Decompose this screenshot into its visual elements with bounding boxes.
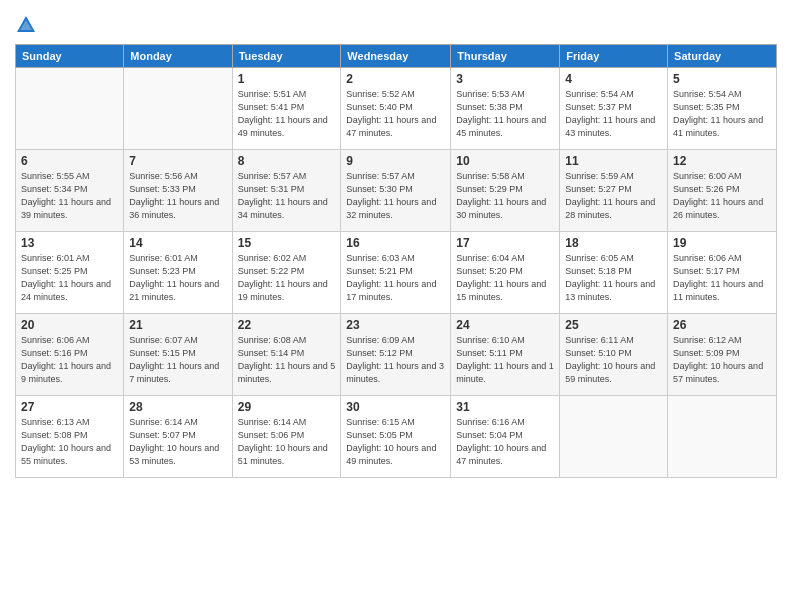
day-number: 19 xyxy=(673,236,771,250)
day-number: 29 xyxy=(238,400,336,414)
day-number: 5 xyxy=(673,72,771,86)
day-number: 25 xyxy=(565,318,662,332)
calendar-cell: 25Sunrise: 6:11 AM Sunset: 5:10 PM Dayli… xyxy=(560,314,668,396)
calendar-cell: 31Sunrise: 6:16 AM Sunset: 5:04 PM Dayli… xyxy=(451,396,560,478)
calendar-cell: 21Sunrise: 6:07 AM Sunset: 5:15 PM Dayli… xyxy=(124,314,232,396)
day-info: Sunrise: 5:54 AM Sunset: 5:37 PM Dayligh… xyxy=(565,88,662,140)
day-info: Sunrise: 5:58 AM Sunset: 5:29 PM Dayligh… xyxy=(456,170,554,222)
day-number: 16 xyxy=(346,236,445,250)
day-number: 23 xyxy=(346,318,445,332)
day-number: 14 xyxy=(129,236,226,250)
header-row: SundayMondayTuesdayWednesdayThursdayFrid… xyxy=(16,45,777,68)
calendar-table: SundayMondayTuesdayWednesdayThursdayFrid… xyxy=(15,44,777,478)
logo-icon xyxy=(15,14,37,36)
calendar-cell: 22Sunrise: 6:08 AM Sunset: 5:14 PM Dayli… xyxy=(232,314,341,396)
day-info: Sunrise: 6:06 AM Sunset: 5:17 PM Dayligh… xyxy=(673,252,771,304)
day-number: 26 xyxy=(673,318,771,332)
day-number: 12 xyxy=(673,154,771,168)
day-number: 9 xyxy=(346,154,445,168)
day-number: 3 xyxy=(456,72,554,86)
day-number: 20 xyxy=(21,318,118,332)
calendar-cell: 8Sunrise: 5:57 AM Sunset: 5:31 PM Daylig… xyxy=(232,150,341,232)
day-number: 31 xyxy=(456,400,554,414)
calendar-cell: 19Sunrise: 6:06 AM Sunset: 5:17 PM Dayli… xyxy=(668,232,777,314)
week-row-2: 13Sunrise: 6:01 AM Sunset: 5:25 PM Dayli… xyxy=(16,232,777,314)
col-header-wednesday: Wednesday xyxy=(341,45,451,68)
week-row-1: 6Sunrise: 5:55 AM Sunset: 5:34 PM Daylig… xyxy=(16,150,777,232)
day-number: 11 xyxy=(565,154,662,168)
week-row-4: 27Sunrise: 6:13 AM Sunset: 5:08 PM Dayli… xyxy=(16,396,777,478)
day-info: Sunrise: 6:01 AM Sunset: 5:25 PM Dayligh… xyxy=(21,252,118,304)
day-number: 28 xyxy=(129,400,226,414)
day-info: Sunrise: 6:02 AM Sunset: 5:22 PM Dayligh… xyxy=(238,252,336,304)
calendar-cell: 18Sunrise: 6:05 AM Sunset: 5:18 PM Dayli… xyxy=(560,232,668,314)
calendar-cell: 9Sunrise: 5:57 AM Sunset: 5:30 PM Daylig… xyxy=(341,150,451,232)
week-row-3: 20Sunrise: 6:06 AM Sunset: 5:16 PM Dayli… xyxy=(16,314,777,396)
day-info: Sunrise: 5:53 AM Sunset: 5:38 PM Dayligh… xyxy=(456,88,554,140)
calendar-cell: 5Sunrise: 5:54 AM Sunset: 5:35 PM Daylig… xyxy=(668,68,777,150)
day-number: 1 xyxy=(238,72,336,86)
logo xyxy=(15,14,40,36)
calendar-cell: 26Sunrise: 6:12 AM Sunset: 5:09 PM Dayli… xyxy=(668,314,777,396)
day-number: 10 xyxy=(456,154,554,168)
calendar-cell: 10Sunrise: 5:58 AM Sunset: 5:29 PM Dayli… xyxy=(451,150,560,232)
day-info: Sunrise: 6:14 AM Sunset: 5:06 PM Dayligh… xyxy=(238,416,336,468)
day-number: 7 xyxy=(129,154,226,168)
day-number: 27 xyxy=(21,400,118,414)
calendar-cell: 14Sunrise: 6:01 AM Sunset: 5:23 PM Dayli… xyxy=(124,232,232,314)
calendar-cell: 3Sunrise: 5:53 AM Sunset: 5:38 PM Daylig… xyxy=(451,68,560,150)
day-number: 17 xyxy=(456,236,554,250)
calendar-cell xyxy=(668,396,777,478)
calendar-cell: 23Sunrise: 6:09 AM Sunset: 5:12 PM Dayli… xyxy=(341,314,451,396)
day-number: 18 xyxy=(565,236,662,250)
day-info: Sunrise: 6:04 AM Sunset: 5:20 PM Dayligh… xyxy=(456,252,554,304)
day-number: 6 xyxy=(21,154,118,168)
day-info: Sunrise: 6:13 AM Sunset: 5:08 PM Dayligh… xyxy=(21,416,118,468)
calendar-cell: 17Sunrise: 6:04 AM Sunset: 5:20 PM Dayli… xyxy=(451,232,560,314)
day-info: Sunrise: 5:52 AM Sunset: 5:40 PM Dayligh… xyxy=(346,88,445,140)
calendar-cell: 20Sunrise: 6:06 AM Sunset: 5:16 PM Dayli… xyxy=(16,314,124,396)
week-row-0: 1Sunrise: 5:51 AM Sunset: 5:41 PM Daylig… xyxy=(16,68,777,150)
calendar-cell: 29Sunrise: 6:14 AM Sunset: 5:06 PM Dayli… xyxy=(232,396,341,478)
day-number: 13 xyxy=(21,236,118,250)
day-number: 15 xyxy=(238,236,336,250)
col-header-tuesday: Tuesday xyxy=(232,45,341,68)
day-info: Sunrise: 6:00 AM Sunset: 5:26 PM Dayligh… xyxy=(673,170,771,222)
calendar-cell: 12Sunrise: 6:00 AM Sunset: 5:26 PM Dayli… xyxy=(668,150,777,232)
col-header-saturday: Saturday xyxy=(668,45,777,68)
calendar-cell: 13Sunrise: 6:01 AM Sunset: 5:25 PM Dayli… xyxy=(16,232,124,314)
day-number: 4 xyxy=(565,72,662,86)
calendar-cell: 27Sunrise: 6:13 AM Sunset: 5:08 PM Dayli… xyxy=(16,396,124,478)
day-info: Sunrise: 6:15 AM Sunset: 5:05 PM Dayligh… xyxy=(346,416,445,468)
calendar-cell xyxy=(124,68,232,150)
day-info: Sunrise: 5:55 AM Sunset: 5:34 PM Dayligh… xyxy=(21,170,118,222)
col-header-thursday: Thursday xyxy=(451,45,560,68)
day-number: 21 xyxy=(129,318,226,332)
day-info: Sunrise: 5:57 AM Sunset: 5:31 PM Dayligh… xyxy=(238,170,336,222)
calendar-cell: 7Sunrise: 5:56 AM Sunset: 5:33 PM Daylig… xyxy=(124,150,232,232)
calendar-cell: 11Sunrise: 5:59 AM Sunset: 5:27 PM Dayli… xyxy=(560,150,668,232)
day-info: Sunrise: 6:14 AM Sunset: 5:07 PM Dayligh… xyxy=(129,416,226,468)
col-header-friday: Friday xyxy=(560,45,668,68)
day-info: Sunrise: 6:07 AM Sunset: 5:15 PM Dayligh… xyxy=(129,334,226,386)
page: SundayMondayTuesdayWednesdayThursdayFrid… xyxy=(0,0,792,612)
calendar-cell xyxy=(16,68,124,150)
day-number: 24 xyxy=(456,318,554,332)
day-info: Sunrise: 6:16 AM Sunset: 5:04 PM Dayligh… xyxy=(456,416,554,468)
calendar-cell: 16Sunrise: 6:03 AM Sunset: 5:21 PM Dayli… xyxy=(341,232,451,314)
calendar-cell: 28Sunrise: 6:14 AM Sunset: 5:07 PM Dayli… xyxy=(124,396,232,478)
calendar-cell: 4Sunrise: 5:54 AM Sunset: 5:37 PM Daylig… xyxy=(560,68,668,150)
day-info: Sunrise: 6:08 AM Sunset: 5:14 PM Dayligh… xyxy=(238,334,336,386)
day-info: Sunrise: 5:51 AM Sunset: 5:41 PM Dayligh… xyxy=(238,88,336,140)
day-number: 30 xyxy=(346,400,445,414)
day-info: Sunrise: 6:05 AM Sunset: 5:18 PM Dayligh… xyxy=(565,252,662,304)
day-number: 8 xyxy=(238,154,336,168)
day-info: Sunrise: 6:01 AM Sunset: 5:23 PM Dayligh… xyxy=(129,252,226,304)
day-info: Sunrise: 6:03 AM Sunset: 5:21 PM Dayligh… xyxy=(346,252,445,304)
day-info: Sunrise: 6:12 AM Sunset: 5:09 PM Dayligh… xyxy=(673,334,771,386)
day-info: Sunrise: 5:56 AM Sunset: 5:33 PM Dayligh… xyxy=(129,170,226,222)
calendar-cell: 30Sunrise: 6:15 AM Sunset: 5:05 PM Dayli… xyxy=(341,396,451,478)
day-info: Sunrise: 5:57 AM Sunset: 5:30 PM Dayligh… xyxy=(346,170,445,222)
calendar-cell: 1Sunrise: 5:51 AM Sunset: 5:41 PM Daylig… xyxy=(232,68,341,150)
calendar-cell: 2Sunrise: 5:52 AM Sunset: 5:40 PM Daylig… xyxy=(341,68,451,150)
